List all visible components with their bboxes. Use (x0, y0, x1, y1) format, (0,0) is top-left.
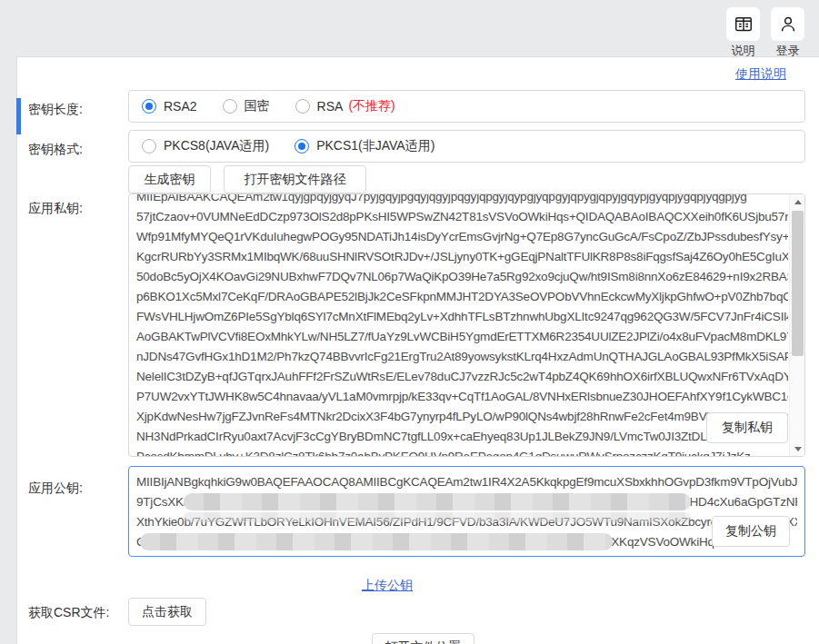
radio-selected-icon[interactable] (142, 99, 156, 114)
private-key-text: MIIEpAIBAAKCAQEAm2tw1qyjgpqyjgyqJ7pyjgqy… (136, 193, 788, 456)
generate-key-button[interactable]: 生成密钥 (128, 165, 211, 193)
radio-rsa2-label: RSA2 (164, 99, 197, 114)
key-length-label: 密钥长度: (28, 102, 83, 118)
scroll-up-icon[interactable] (790, 194, 805, 209)
key-format-group: PKCS8(JAVA适用) PKCS1(非JAVA适用) (128, 130, 805, 163)
copy-public-key-button[interactable]: 复制公钥 (712, 516, 790, 547)
get-csr-label: 获取CSR文件: (28, 605, 109, 621)
help-button[interactable] (726, 7, 760, 41)
private-key-label: 应用私钥: (28, 201, 83, 217)
open-file-location-button[interactable]: 打开文件位置 (372, 633, 474, 644)
scroll-down-icon[interactable] (790, 441, 805, 456)
redaction-patch (140, 533, 613, 550)
key-length-group: RSA2 国密 RSA (不推荐) (128, 90, 805, 123)
radio-rsa[interactable]: RSA (不推荐) (295, 98, 395, 114)
radio-guomi-label: 国密 (245, 98, 270, 114)
scrollbar-thumb[interactable] (792, 211, 804, 356)
radio-guomi[interactable]: 国密 (223, 98, 270, 114)
radio-unselected-icon[interactable] (295, 99, 310, 114)
get-csr-button[interactable]: 点击获取 (128, 598, 206, 626)
radio-rsa2[interactable]: RSA2 (142, 99, 197, 114)
radio-unselected-icon[interactable] (142, 139, 156, 154)
key-format-label: 密钥格式: (28, 142, 83, 158)
radio-pkcs8-label: PKCS8(JAVA适用) (164, 138, 269, 154)
scroll-indicator[interactable] (16, 98, 21, 134)
book-icon (734, 15, 754, 35)
redaction-patch (184, 512, 691, 522)
radio-pkcs8[interactable]: PKCS8(JAVA适用) (142, 138, 269, 154)
key-tool-panel: 使用说明 密钥长度: RSA2 国密 RSA (不推荐) 密钥格式: PKCS8… (16, 56, 819, 644)
login-button[interactable] (771, 7, 804, 41)
not-recommended-note: (不推荐) (348, 98, 395, 114)
redaction-patch (184, 493, 691, 510)
private-key-textarea[interactable]: MIIEpAIBAAKCAQEAm2tw1qyjgpqyjgyqJ7pyjgqy… (128, 193, 805, 457)
radio-unselected-icon[interactable] (223, 99, 237, 114)
private-key-scrollbar[interactable] (789, 194, 804, 456)
radio-rsa-label: RSA (317, 99, 344, 114)
copy-private-key-button[interactable]: 复制私钥 (706, 412, 788, 443)
usage-instructions-link[interactable]: 使用说明 (735, 66, 786, 83)
radio-pkcs1[interactable]: PKCS1(非JAVA适用) (295, 138, 434, 154)
public-key-label: 应用公钥: (28, 481, 83, 497)
radio-selected-icon[interactable] (295, 139, 309, 154)
person-icon (778, 15, 798, 35)
radio-pkcs1-label: PKCS1(非JAVA适用) (316, 138, 434, 154)
public-key-textarea[interactable]: MIIBIjANBgkqhkiG9w0BAQEFAAOCAQ8AMIIBCgKC… (128, 466, 805, 557)
upload-public-key-link[interactable]: 上传公钥 (362, 578, 413, 594)
open-key-file-path-button[interactable]: 打开密钥文件路径 (224, 165, 366, 193)
